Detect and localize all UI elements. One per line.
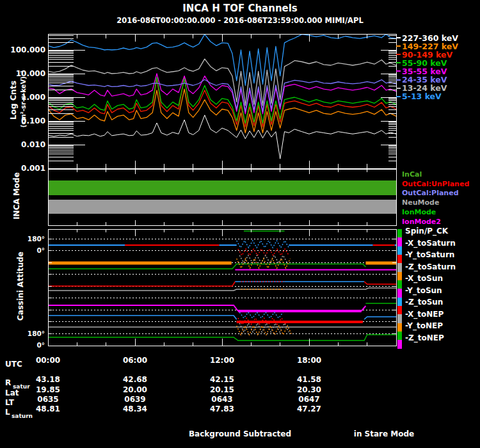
mode-legend-label: IonMode2: [402, 218, 441, 226]
attitude-strip-segment: [397, 263, 402, 271]
table-row-label: LT: [5, 398, 14, 407]
table-value: 0639: [124, 395, 145, 404]
mode-legend-label: OutCal:UnPlaned: [402, 180, 469, 188]
attitude-strip-segment: [397, 332, 402, 340]
attitude-angle-label: 0°: [0, 246, 45, 254]
attitude-strip-segment: [397, 246, 402, 255]
footer-background-subtracted: Background Subtracted: [189, 429, 291, 438]
attitude-strip-segment: [397, 340, 402, 348]
y-tick-label: 0.100: [0, 116, 45, 125]
attitude-color-strip: [397, 229, 402, 349]
legend-color-dash: [396, 79, 401, 81]
footer-stare-mode: in Stare Mode: [354, 429, 414, 438]
energy-legend-label: 5-13 keV: [402, 92, 442, 101]
mode-legend-label: OutCal:Planed: [402, 189, 459, 197]
table-row-label: UTC: [5, 360, 22, 369]
table-value: 06:00: [123, 356, 147, 365]
table-value: 12:00: [210, 356, 234, 365]
attitude-legend-label: -Z_toNEP: [405, 333, 444, 342]
table-value: 20.30: [297, 385, 321, 394]
attitude-strip-segment: [397, 272, 402, 280]
table-row-label: Lat: [5, 388, 19, 397]
table-value: 48.34: [123, 404, 147, 413]
legend-color-dash: [396, 88, 401, 89]
attitude-legend-label: -Y_toNEP: [405, 321, 443, 330]
table-value: 42.15: [210, 375, 234, 384]
table-value: 43.18: [36, 375, 60, 384]
table-row-label: L: [5, 408, 10, 417]
table-value: 41.58: [297, 375, 321, 384]
table-value: 47.83: [210, 404, 234, 413]
attitude-strip-segment: [397, 237, 402, 246]
table-value: 20.00: [123, 385, 147, 394]
page-subtitle: 2016-086T00:00:00.000 - 2016-086T23:59:0…: [116, 16, 364, 25]
legend-color-dash: [396, 54, 401, 55]
page-title: INCA H TOF Channels: [182, 3, 298, 14]
legend-color-dash: [396, 62, 401, 63]
mode-legend-label: InCal: [402, 170, 422, 179]
energy-legend-item: 227-360 keV: [396, 34, 458, 42]
legend-color-dash: [396, 45, 401, 47]
attitude-strip-segment: [397, 280, 402, 289]
attitude-angle-label: 0°: [0, 341, 45, 349]
attitude-strip-segment: [397, 298, 402, 306]
y-tick-label: 1.000: [0, 93, 45, 102]
attitude-angle-label: 180°: [0, 330, 45, 337]
energy-legend-item: 55-90 keV: [396, 59, 447, 67]
table-value: 18:00: [297, 356, 321, 365]
table-value: 48.81: [36, 404, 60, 413]
table-value: 00:00: [36, 356, 60, 365]
attitude-legend-label: -Y_toSun: [405, 286, 442, 295]
table-value: 0647: [298, 395, 319, 404]
attitude-legend-label: -Y_toSaturn: [405, 250, 454, 259]
attitude-strip-segment: [397, 229, 402, 237]
table-value: 0643: [211, 395, 232, 404]
attitude-strip-segment: [397, 289, 402, 297]
table-value: 0635: [37, 395, 58, 404]
attitude-legend-label: -X_toSaturn: [405, 239, 456, 248]
table-row-label-subscript: saturn: [12, 413, 33, 419]
mode-legend-label: NeuMode: [402, 198, 439, 207]
table-row-label: R: [5, 378, 11, 387]
attitude-legend-label: -X_toNEP: [405, 310, 444, 319]
table-value: 47.27: [297, 404, 321, 413]
y-tick-label: 0.010: [0, 140, 45, 149]
attitude-legend-label: -X_toSun: [405, 274, 443, 283]
y-tick-label: 100.000: [0, 45, 45, 54]
energy-legend-item: 90-149 keV: [396, 51, 452, 59]
mode-legend-label: IonMode: [402, 208, 436, 216]
legend-color-dash: [396, 37, 401, 38]
legend-color-dash: [396, 96, 401, 97]
attitude-strip-segment: [397, 314, 402, 323]
energy-legend-item: 149-227 keV: [396, 42, 458, 51]
y-tick-label: 0.001: [0, 164, 45, 173]
attitude-legend-label: -Z_toSun: [405, 298, 443, 307]
y-tick-label: 10.000: [0, 69, 45, 78]
attitude-strip-segment: [397, 306, 402, 314]
energy-legend-item: 35-55 keV: [396, 67, 447, 76]
energy-legend-item: 24-35 keV: [396, 76, 447, 84]
plot-root: INCA H TOF Channels 2016-086T00:00:00.00…: [0, 0, 480, 448]
attitude-angle-label: 180°: [0, 235, 45, 243]
energy-legend-item: 5-13 keV: [396, 92, 442, 100]
attitude-legend-label: Spin/P_CK: [405, 227, 448, 236]
table-value: 20.15: [210, 385, 234, 394]
legend-color-dash: [396, 70, 401, 72]
attitude-legend-label: -Z_toSaturn: [405, 262, 456, 271]
energy-legend-item: 13-24 keV: [396, 84, 447, 92]
attitude-strip-segment: [397, 323, 402, 332]
table-value: 42.68: [123, 375, 147, 384]
attitude-strip-segment: [397, 255, 402, 263]
table-value: 19.85: [36, 385, 60, 394]
